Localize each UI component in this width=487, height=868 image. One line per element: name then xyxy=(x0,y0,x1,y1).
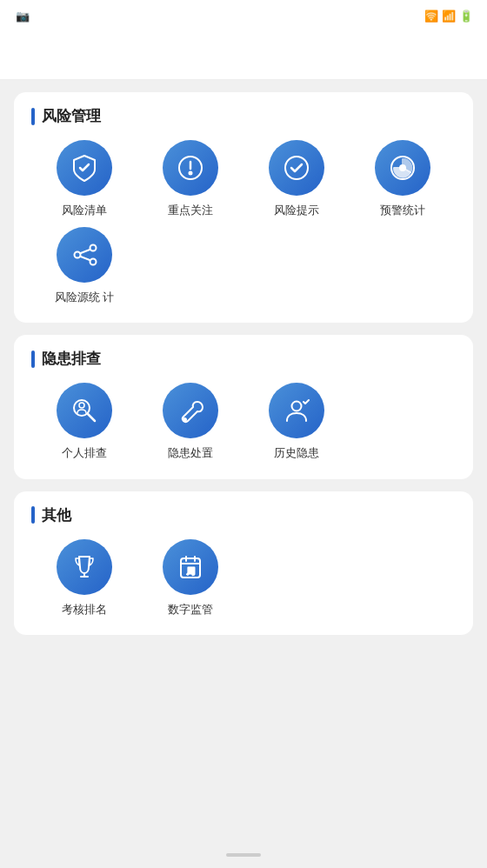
menu-item-personal-check[interactable]: 个人排查 xyxy=(31,383,137,461)
status-right: 🛜 📶 🔋 xyxy=(424,10,477,23)
network-icon: 🛜 xyxy=(424,10,438,23)
search-person-icon xyxy=(57,383,112,438)
menu-item-label: 历史隐患 xyxy=(274,445,319,461)
svg-point-1 xyxy=(190,172,192,175)
svg-point-4 xyxy=(400,165,405,170)
menu-item-label: 预警统计 xyxy=(380,203,425,218)
history-person-icon xyxy=(269,383,324,438)
chart-circle-icon xyxy=(375,140,430,196)
menu-item-label: 风险清单 xyxy=(62,203,107,218)
menu-item-risk-hint[interactable]: 风险提示 xyxy=(244,140,350,218)
status-bar: 📷 🛜 📶 🔋 xyxy=(0,0,487,31)
menu-item-risk-list[interactable]: 风险清单 xyxy=(31,140,137,218)
section-hidden-danger: 隐患排查个人排查隐患处置历史隐患 xyxy=(14,335,473,478)
icon-grid: 风险清单重点关注风险提示预警统计风险源统 计 xyxy=(31,140,456,305)
menu-item-label: 个人排查 xyxy=(62,445,107,461)
svg-point-9 xyxy=(79,403,84,408)
section-bar xyxy=(31,108,35,125)
menu-item-digital-super[interactable]: 周数字监管 xyxy=(137,539,244,618)
menu-item-risk-source[interactable]: 风险源统 计 xyxy=(31,227,137,305)
battery-icon: 🔋 xyxy=(459,10,473,23)
home-indicator xyxy=(226,853,261,857)
menu-item-label: 数字监管 xyxy=(168,602,213,618)
svg-point-10 xyxy=(183,418,186,421)
signal-icon: 📶 xyxy=(442,10,456,23)
share-icon xyxy=(57,227,112,283)
section-title: 隐患排查 xyxy=(42,349,101,369)
section-header: 其他 xyxy=(31,505,456,525)
section-bar xyxy=(31,351,35,368)
icon-grid: 考核排名周数字监管 xyxy=(31,539,456,618)
status-icon: 📷 xyxy=(16,10,30,23)
menu-item-rank-exam[interactable]: 考核排名 xyxy=(31,539,137,618)
menu-item-label: 风险提示 xyxy=(274,203,319,218)
header xyxy=(0,31,487,80)
menu-item-label: 风险源统 计 xyxy=(55,290,115,305)
check-circle-icon xyxy=(269,140,324,196)
menu-item-history-danger[interactable]: 历史隐患 xyxy=(244,383,350,461)
menu-item-danger-handle[interactable]: 隐患处置 xyxy=(137,383,244,461)
section-header: 风险管理 xyxy=(31,106,456,126)
svg-point-11 xyxy=(292,402,302,411)
main-content: 风险管理风险清单重点关注风险提示预警统计风险源统 计隐患排查个人排查隐患处置历史… xyxy=(0,80,487,842)
menu-item-label: 隐患处置 xyxy=(168,445,213,461)
bottom-bar xyxy=(0,842,487,868)
status-left: 📷 xyxy=(10,10,30,23)
wrench-icon xyxy=(163,383,218,438)
attention-icon xyxy=(163,140,218,196)
menu-item-label: 考核排名 xyxy=(62,602,107,618)
svg-point-2 xyxy=(285,157,308,179)
section-header: 隐患排查 xyxy=(31,349,456,369)
menu-item-label: 重点关注 xyxy=(168,203,213,218)
trophy-icon xyxy=(57,539,112,595)
section-title: 其他 xyxy=(42,505,71,525)
svg-text:周: 周 xyxy=(186,567,195,576)
section-risk-management: 风险管理风险清单重点关注风险提示预警统计风险源统 计 xyxy=(14,92,473,323)
section-bar xyxy=(31,506,35,524)
menu-item-alert-stats[interactable]: 预警统计 xyxy=(350,140,456,218)
shield-icon xyxy=(57,140,112,196)
section-title: 风险管理 xyxy=(42,106,101,126)
section-other: 其他考核排名周数字监管 xyxy=(14,491,473,635)
menu-item-key-focus[interactable]: 重点关注 xyxy=(137,140,244,218)
calendar-box-icon: 周 xyxy=(163,539,218,595)
icon-grid: 个人排查隐患处置历史隐患 xyxy=(31,383,456,461)
